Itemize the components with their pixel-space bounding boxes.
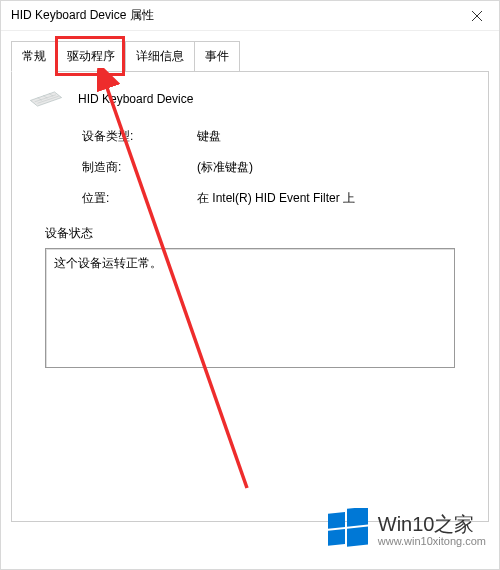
close-icon <box>472 11 482 21</box>
keyboard-icon <box>29 90 63 108</box>
location-value: 在 Intel(R) HID Event Filter 上 <box>197 190 355 207</box>
window-title: HID Keyboard Device 属性 <box>11 7 154 24</box>
manufacturer-value: (标准键盘) <box>197 159 253 176</box>
properties-dialog: HID Keyboard Device 属性 常规 驱动程序 详细信息 事件 H… <box>0 0 500 570</box>
titlebar: HID Keyboard Device 属性 <box>1 1 499 31</box>
device-status-text[interactable] <box>45 248 455 368</box>
tab-events[interactable]: 事件 <box>194 41 240 71</box>
device-name: HID Keyboard Device <box>78 92 193 106</box>
svg-marker-2 <box>30 92 61 106</box>
tab-panel-general: HID Keyboard Device 设备类型: 键盘 制造商: (标准键盘)… <box>11 72 489 522</box>
svg-rect-10 <box>328 512 345 529</box>
prop-row-maker: 制造商: (标准键盘) <box>82 159 473 176</box>
watermark-url: www.win10xitong.com <box>378 535 486 547</box>
watermark-text: Win10之家 www.win10xitong.com <box>378 513 486 547</box>
device-header: HID Keyboard Device <box>27 90 473 108</box>
tabstrip: 常规 驱动程序 详细信息 事件 <box>11 41 489 72</box>
prop-row-type: 设备类型: 键盘 <box>82 128 473 145</box>
device-status-label: 设备状态 <box>45 225 473 242</box>
svg-rect-11 <box>347 508 368 527</box>
svg-rect-12 <box>328 529 345 546</box>
tab-details[interactable]: 详细信息 <box>125 41 195 71</box>
svg-rect-13 <box>347 527 368 547</box>
device-type-label: 设备类型: <box>82 128 197 145</box>
tab-general[interactable]: 常规 <box>11 41 57 72</box>
prop-row-location: 位置: 在 Intel(R) HID Event Filter 上 <box>82 190 473 207</box>
manufacturer-label: 制造商: <box>82 159 197 176</box>
tab-driver[interactable]: 驱动程序 <box>56 41 126 71</box>
location-label: 位置: <box>82 190 197 207</box>
watermark: Win10之家 www.win10xitong.com <box>326 508 486 552</box>
device-type-value: 键盘 <box>197 128 221 145</box>
close-button[interactable] <box>454 1 499 31</box>
watermark-brand: Win10之家 <box>378 513 486 535</box>
windows-logo-icon <box>326 508 370 552</box>
